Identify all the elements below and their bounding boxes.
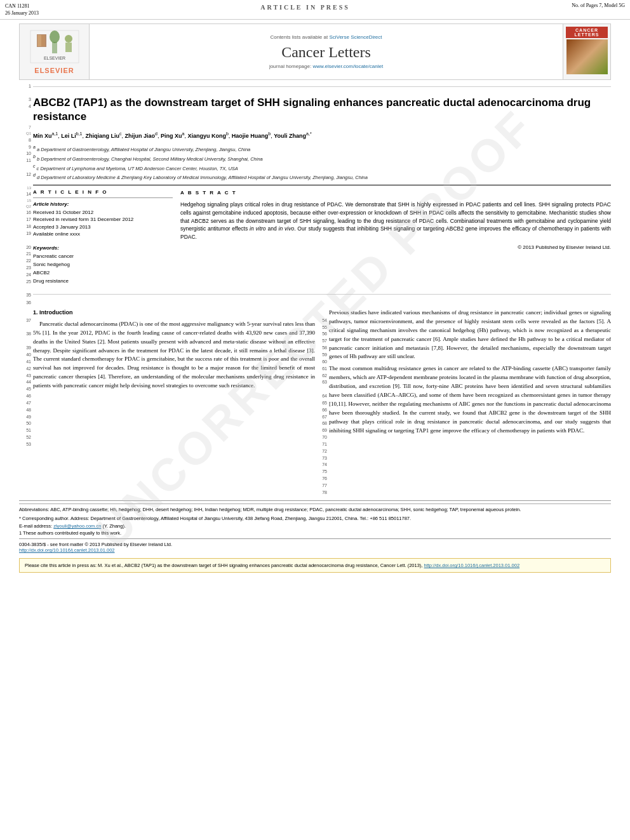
affiliations: a a Department of Gastroenterology, Affi… xyxy=(33,144,611,181)
svg-rect-2 xyxy=(52,42,57,53)
footer-area: Abbreviations: ABC, ATP-binding cassette… xyxy=(19,500,611,554)
affil-c: c c Department of Lymphoma and Myeloma, … xyxy=(33,163,611,172)
email-line: E-mail address: zlyouli@yahoo.com.cn (Y.… xyxy=(19,523,611,529)
keywords-section: Keywords: Pancreatic cancer Sonic hedgeh… xyxy=(33,244,173,285)
info-abstract-section: A R T I C L E I N F O Article history: R… xyxy=(33,189,611,286)
top-bar: CAN 11281 26 January 2013 ARTICLE IN PRE… xyxy=(0,0,630,20)
abstract-copyright: © 2013 Published by Elsevier Ireland Ltd… xyxy=(180,244,611,251)
svg-rect-7 xyxy=(65,43,72,52)
journal-center: Contents lists available at SciVerse Sci… xyxy=(90,24,563,79)
abstract-section: A B S T R A C T Hedgehog signaling plays… xyxy=(180,189,611,286)
top-bar-left: CAN 11281 26 January 2013 xyxy=(5,3,39,17)
right-para1: Previous studies have indicated various … xyxy=(329,309,611,362)
svg-point-1 xyxy=(50,30,60,43)
footnote-1: 1 These authors contributed equally to t… xyxy=(19,530,611,536)
article-id: CAN 11281 xyxy=(5,3,39,10)
article-title: ABCB2 (TAP1) as the downstream target of… xyxy=(33,96,611,124)
affil-d: d d Department of Laboratory Medicine & … xyxy=(33,172,611,181)
line1-area: 1 xyxy=(19,84,611,88)
journal-homepage: journal homepage: www.elsevier.com/locat… xyxy=(269,63,383,69)
sciverse-link[interactable]: SciVerse ScienceDirect xyxy=(329,34,382,40)
body-right-line-numbers: 54 55 56 57 58 59 60 61 62 63 64 65 66 6… xyxy=(315,309,329,497)
elsevier-logo-area: ELSEVIER ELSEVIER xyxy=(20,24,90,79)
affil-a: a a Department of Gastroenterology, Affi… xyxy=(33,144,611,153)
footer-divider xyxy=(19,500,611,501)
cancer-letters-badge: CANCERLETTERS xyxy=(566,27,608,38)
abbreviations: Abbreviations: ABC, ATP-binding cassette… xyxy=(19,503,611,513)
main-watermark-container: UNCORRECTED PROOF 1 3 4 7 Q1 8 9 10 11 1… xyxy=(0,84,630,573)
svg-rect-4 xyxy=(37,35,41,46)
article-info-header: A R T I C L E I N F O xyxy=(33,189,173,195)
author-zhijun-jiao: Zhijun Jiao xyxy=(125,133,156,139)
elsevier-logo-svg: ELSEVIER xyxy=(29,29,80,64)
kw-1: Pancreatic cancer xyxy=(33,253,173,261)
kw-2: Sonic hedgehog xyxy=(33,261,173,269)
author-zhiqiang-liu: Zhiqiang Liu xyxy=(86,133,120,139)
author-email[interactable]: zlyouli@yahoo.com.cn xyxy=(53,523,101,529)
author-haojie-huang: Haojie Huang xyxy=(232,133,269,139)
journal-right-logo: CANCERLETTERS xyxy=(563,24,610,79)
kw-4: Drug resistance xyxy=(33,277,173,286)
svg-text:ELSEVIER: ELSEVIER xyxy=(43,56,65,60)
page-info: No. of Pages 7, Model 5G xyxy=(572,3,625,8)
author-lei-li: Lei Li xyxy=(61,133,76,139)
cite-text: Please cite this article in press as: M.… xyxy=(25,563,424,568)
svg-rect-5 xyxy=(41,35,45,46)
abstract-text: Hedgehog signaling plays critical roles … xyxy=(180,201,611,241)
right-para2: The most common multidrug resistance gen… xyxy=(329,364,611,436)
article-date: 26 January 2013 xyxy=(5,10,39,17)
history-label: Article history: Received 31 October 201… xyxy=(33,201,173,237)
author-xiangyu-kong: Xiangyu Kong xyxy=(187,133,226,139)
keywords-list: Pancreatic cancer Sonic hedgehog ABCB2 D… xyxy=(33,253,173,285)
body-with-linenums: 37 38 39 40 41 42 43 44 45 46 47 48 49 5… xyxy=(19,309,611,497)
email-label: E-mail address: xyxy=(19,523,53,529)
email-person: (Y. Zhang). xyxy=(101,523,126,529)
intro-para1: Pancreatic ductal adenocarcinoma (PDAC) … xyxy=(33,320,315,391)
authors-line: Min Xua,1, Lei Lib,1, Zhiqiang Liuc, Zhi… xyxy=(33,131,611,141)
kw-3: ABCB2 xyxy=(33,269,173,277)
footer-doi-link[interactable]: http://dx.doi.org/10.1016/j.canlet.2013.… xyxy=(19,547,115,553)
footer-divider-2 xyxy=(19,538,611,539)
body-line-numbers: 37 38 39 40 41 42 43 44 45 46 47 48 49 5… xyxy=(19,309,33,497)
affil-b: b b Department of Gastroenterology, Chan… xyxy=(33,154,611,163)
journal-thumbnail xyxy=(566,39,608,74)
article-info: A R T I C L E I N F O Article history: R… xyxy=(33,189,173,286)
abstract-header: A B S T R A C T xyxy=(180,189,611,197)
cite-bar: Please cite this article in press as: M.… xyxy=(19,558,611,573)
section-divider-1 xyxy=(33,185,611,185)
sciverse-line: Contents lists available at SciVerse Sci… xyxy=(270,34,382,40)
available-date: Available online xxxx xyxy=(33,230,173,237)
cite-doi-link[interactable]: http://dx.doi.org/10.1016/j.canlet.2013.… xyxy=(424,563,520,568)
journal-header: ELSEVIER ELSEVIER Contents lists availab… xyxy=(19,23,611,80)
accepted-date: Accepted 3 January 2013 xyxy=(33,223,173,230)
body-left-col: 1. Introduction Pancreatic ductal adenoc… xyxy=(33,309,315,497)
article-title-section: ABCB2 (TAP1) as the downstream target of… xyxy=(33,88,611,289)
info-divider xyxy=(33,197,173,198)
elsevier-text-label: ELSEVIER xyxy=(34,67,74,74)
line-numbers-left: 3 4 7 Q1 8 9 10 11 12 13 14 15 Q2 16 17 … xyxy=(19,88,33,289)
divider-35-36: 35 36 xyxy=(19,291,611,305)
homepage-url[interactable]: www.elsevier.com/locate/canlet xyxy=(312,63,383,69)
journal-title: Cancer Letters xyxy=(281,44,371,61)
svg-point-6 xyxy=(65,35,72,43)
content-area: 3 4 7 Q1 8 9 10 11 12 13 14 15 Q2 16 17 … xyxy=(19,88,611,289)
author-ping-xu: Ping Xu xyxy=(161,133,182,139)
footer-copyright: 0304-3835/$ - see front matter © 2013 Pu… xyxy=(19,542,611,553)
article-in-press-label: ARTICLE IN PRESS xyxy=(260,3,349,11)
revised-date: Received in revised form 31 December 201… xyxy=(33,216,173,223)
main-content: ABCB2 (TAP1) as the downstream target of… xyxy=(33,88,611,289)
author-min-xu: Min Xu xyxy=(33,133,52,139)
received-date: Received 31 October 2012 xyxy=(33,209,173,216)
author-youli-zhang: Youli Zhang xyxy=(274,133,306,139)
intro-heading: 1. Introduction xyxy=(33,309,315,317)
body-right-col: Previous studies have indicated various … xyxy=(329,309,611,497)
corresponding-author: * Corresponding author. Address: Departm… xyxy=(19,515,611,522)
